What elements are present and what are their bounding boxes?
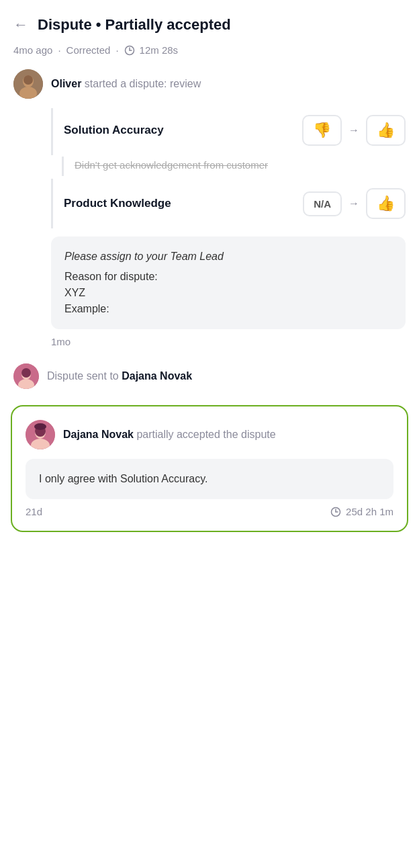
duration-value: 12m 28s — [140, 44, 179, 56]
header: ← Dispute • Partially accepted — [0, 0, 419, 42]
oliver-username: Oliver — [51, 78, 81, 89]
oliver-timestamp: 1mo — [51, 336, 406, 347]
oliver-block: Oliver started a dispute: review Solutio… — [0, 69, 419, 363]
dajana-message-bubble: I only agree with Solution Accuracy. — [26, 459, 393, 499]
arrow-icon-1: → — [348, 124, 359, 136]
dispute-line2: Reason for dispute: — [64, 269, 392, 285]
back-button[interactable]: ← — [13, 16, 28, 34]
dispute-content: Solution Accuracy 👎 → 👍 Didn't get ackno… — [51, 108, 406, 347]
solution-accuracy-to: 👍 — [366, 115, 406, 146]
arrow-icon-2: → — [348, 198, 359, 210]
meta-dot-2: · — [115, 44, 118, 56]
product-knowledge-to: 👍 — [366, 188, 406, 219]
strikethrough-reason: Didn't get acknowledgement from customer — [62, 157, 406, 176]
sent-to-row: Dispute sent to Dajana Novak — [0, 363, 419, 405]
product-knowledge-row: Product Knowledge N/A → 👍 — [51, 179, 406, 228]
dispute-line3: XYZ — [64, 285, 392, 301]
dispute-line1: Please assign to your Team Lead — [64, 249, 392, 265]
product-knowledge-change: N/A → 👍 — [303, 188, 406, 219]
solution-accuracy-change: 👎 → 👍 — [302, 115, 406, 146]
page-title: Dispute • Partially accepted — [38, 16, 231, 34]
dajana-action-text: partially accepted the dispute — [134, 429, 276, 440]
svg-point-16 — [34, 423, 46, 430]
duration-row: 12m 28s — [124, 44, 179, 56]
meta-row: 4mo ago · Corrected · 12m 28s — [0, 42, 419, 69]
solution-accuracy-from: 👎 — [302, 115, 342, 146]
solution-accuracy-label: Solution Accuracy — [64, 124, 302, 137]
time-ago: 4mo ago — [13, 44, 52, 56]
dajana-username: Dajana Novak — [63, 429, 134, 440]
clock-icon-2 — [330, 507, 341, 517]
svg-point-7 — [24, 75, 33, 85]
sent-to-text: Dispute sent to Dajana Novak — [47, 370, 192, 382]
dajana-time-ago: 21d — [26, 506, 42, 517]
dajana-user-row: Dajana Novak partially accepted the disp… — [26, 420, 393, 449]
oliver-action-text: started a dispute: review — [81, 78, 201, 89]
product-knowledge-from: N/A — [303, 191, 342, 216]
dajana-message-text: I only agree with Solution Accuracy. — [39, 471, 380, 487]
oliver-avatar — [13, 69, 43, 99]
oliver-user-row: Oliver started a dispute: review — [13, 69, 406, 99]
dajana-avatar — [26, 420, 55, 449]
oliver-action: Oliver started a dispute: review — [51, 78, 201, 90]
dajana-action: Dajana Novak partially accepted the disp… — [63, 429, 276, 441]
dajana-timestamp-row: 21d 25d 2h 1m — [26, 506, 393, 520]
solution-accuracy-row: Solution Accuracy 👎 → 👍 — [51, 108, 406, 155]
dajana-duration-value: 25d 2h 1m — [346, 506, 393, 517]
dispute-line4: Example: — [64, 301, 392, 317]
sent-to-name: Dajana Novak — [122, 370, 192, 382]
clock-icon — [124, 45, 135, 56]
dajana-small-avatar — [13, 363, 39, 389]
corrected-label: Corrected — [66, 44, 111, 56]
svg-point-11 — [21, 368, 31, 378]
meta-dot-1: · — [58, 44, 60, 56]
dajana-response-block: Dajana Novak partially accepted the disp… — [11, 405, 408, 532]
product-knowledge-label: Product Knowledge — [64, 197, 303, 210]
dispute-message-bubble: Please assign to your Team Lead Reason f… — [51, 236, 406, 329]
sent-to-prefix: Dispute sent to — [47, 370, 122, 382]
dajana-duration: 25d 2h 1m — [330, 506, 393, 517]
